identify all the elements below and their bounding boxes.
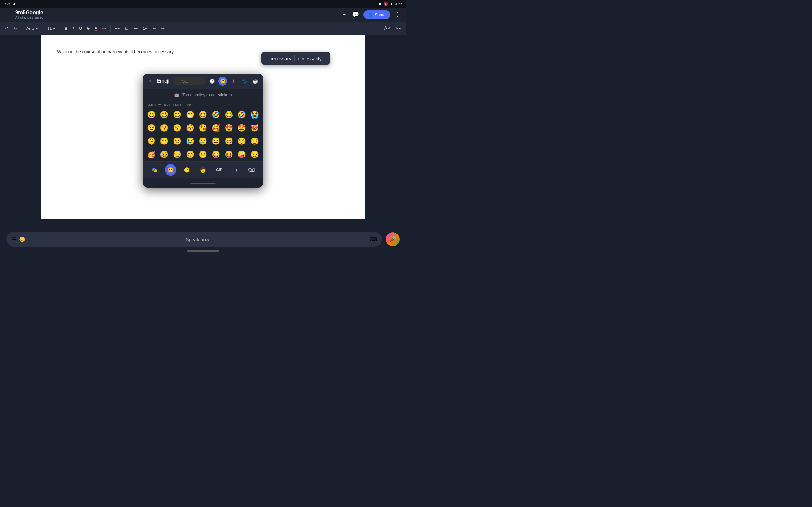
separator4	[110, 25, 111, 32]
share-button[interactable]: 👤 Share	[363, 10, 390, 19]
emoji-cell[interactable]: 🤩	[236, 123, 248, 133]
separator2	[43, 25, 43, 32]
font-size-selector[interactable]: 11 ▾	[45, 25, 57, 32]
emoji-cell[interactable]: 😊	[223, 136, 235, 147]
bitmoji-mode-button[interactable]: 🧑	[197, 164, 209, 176]
sticker-icon: 🤖	[174, 93, 179, 97]
emoji-cell[interactable]: 😃	[158, 109, 171, 120]
checklist-button[interactable]: ☑	[123, 25, 131, 32]
menu-icon[interactable]: ☰	[11, 236, 16, 242]
emoji-cell[interactable]: 😝	[223, 149, 235, 160]
emoji-cell[interactable]: 😂	[223, 109, 235, 120]
text-emoji-mode-button[interactable]: :-)	[230, 164, 241, 176]
speak-now-text: Speak now	[29, 237, 366, 242]
smiley-category-icon[interactable]: 😊	[218, 77, 227, 86]
text-size-button[interactable]: AA	[382, 24, 392, 33]
emoji-cell[interactable]: 😙	[171, 123, 183, 133]
emoji-cell[interactable]: 🤣	[210, 109, 222, 120]
status-bar: 9:26 ▲ ⏺ 🔇 ▲ 87%	[0, 0, 406, 8]
autocorrect-word1[interactable]: necessary	[266, 56, 294, 61]
emoticon-mode-button[interactable]: 😶	[181, 164, 193, 176]
signal-icon: ▲	[12, 2, 16, 6]
add-button[interactable]: +	[341, 10, 348, 19]
mute-icon: 🔇	[384, 2, 388, 6]
keyboard-icon[interactable]: ⌨	[369, 236, 377, 242]
emoji-cell[interactable]: 🫠	[145, 136, 158, 147]
emoji-cell[interactable]: 🥹	[158, 149, 171, 160]
nature-category-icon[interactable]: 🐾	[240, 77, 249, 86]
redo-button[interactable]: ↻	[12, 25, 19, 32]
emoji-cell[interactable]: 😢	[184, 136, 196, 147]
format-toolbar: ↺ ↻ Arial ▾ 11 ▾ B I U S A ✏ ≡▾ ☑ •≡ 1≡ …	[0, 21, 406, 36]
bottom-keyboard-bar: ☰ 😊 Speak now ⌨ 🎤	[0, 225, 406, 253]
underline-button[interactable]: U	[77, 25, 84, 32]
emoji-cell[interactable]: 😏	[171, 149, 183, 160]
emoji-cell[interactable]: 😜	[210, 149, 222, 160]
emoji-cell[interactable]: 🥰	[210, 123, 222, 133]
font-selector[interactable]: Arial ▾	[24, 25, 40, 32]
emoji-cell[interactable]: 😻	[248, 123, 261, 133]
back-button[interactable]: ←	[4, 10, 12, 19]
emoji-cell[interactable]: 😍	[223, 123, 235, 133]
emoji-cell[interactable]: 😄	[171, 109, 183, 120]
emoji-cell[interactable]: 😐	[197, 149, 209, 160]
emoji-header: × Emoji 🔍 🕐 😊 🚶 🐾 ☕	[143, 73, 263, 89]
emoji-section-label: SMILEYS AND EMOTIONS	[143, 101, 263, 108]
emoji-cell[interactable]: 🥳	[145, 149, 158, 160]
emoji-cell[interactable]: 😭	[248, 109, 261, 120]
emoji-picker: × Emoji 🔍 🕐 😊 🚶 🐾 ☕ 🤖 Tap a smiley to ge…	[143, 73, 263, 187]
align-button[interactable]: ≡▾	[113, 25, 122, 32]
emoji-cell[interactable]: 😗	[158, 123, 171, 133]
document-area: necessary necessarily When in the course…	[41, 36, 365, 219]
emoji-cell[interactable]: 🤣	[236, 109, 248, 120]
emoji-cell[interactable]: 😚	[184, 123, 196, 133]
recent-category-icon[interactable]: 🕐	[207, 77, 216, 86]
top-toolbar: ← 9to5Google All changes saved + 💬 👤 Sha…	[0, 8, 406, 21]
font-color-button[interactable]: A	[93, 24, 100, 33]
indent-decrease-button[interactable]: ⇤	[151, 25, 158, 32]
food-category-icon[interactable]: ☕	[251, 77, 259, 86]
emoji-cell[interactable]: 😀	[145, 109, 158, 120]
comment-button[interactable]: 💬	[350, 10, 361, 19]
bold-button[interactable]: B	[62, 25, 69, 32]
emoji-cell[interactable]: 😏	[248, 136, 261, 147]
bullet-button[interactable]: •≡	[132, 25, 140, 32]
numbered-button[interactable]: 1≡	[141, 25, 149, 32]
emoji-mode-button[interactable]: 😊	[165, 164, 176, 176]
emoji-cell[interactable]: 😒	[248, 149, 261, 160]
undo-button[interactable]: ↺	[3, 25, 10, 32]
emoji-cell[interactable]: 😊	[184, 149, 196, 160]
record-icon: ⏺	[378, 2, 382, 6]
emoji-cell[interactable]: 😆	[197, 109, 209, 120]
emoji-row-4: 🥳 🥹 😏 😊 😐 😜 😝 🤪 😒	[143, 148, 263, 161]
wifi-icon: ▲	[390, 2, 393, 6]
emoji-cell[interactable]: 😌	[236, 136, 248, 147]
more-button[interactable]: ⋮	[393, 10, 402, 19]
indent-increase-button[interactable]: ⇥	[159, 25, 166, 32]
emoji-search-input[interactable]	[173, 77, 205, 85]
emoji-cell[interactable]: 😐	[210, 136, 222, 147]
strikethrough-button[interactable]: S	[85, 25, 92, 32]
backspace-button[interactable]: ⌫	[246, 164, 257, 176]
microphone-button[interactable]: 🎤	[386, 232, 400, 246]
gif-mode-button[interactable]: GIF	[213, 164, 225, 176]
emoji-cell[interactable]: 😘	[197, 123, 209, 133]
emoji-cell[interactable]: 🤪	[236, 149, 248, 160]
emoji-cell[interactable]: 😉	[145, 123, 158, 133]
emoji-keyboard-icon[interactable]: 😊	[19, 236, 26, 242]
emoji-cell[interactable]: 🙂	[171, 136, 183, 147]
edit-pen-button[interactable]: ✎▾	[393, 25, 403, 32]
highlight-button[interactable]: ✏	[101, 25, 108, 32]
emoji-cell[interactable]: 🥲	[197, 136, 209, 147]
emoji-cell[interactable]: 😁	[184, 109, 196, 120]
autocorrect-word2[interactable]: necessarily	[295, 56, 325, 61]
sticker-hint: 🤖 Tap a smiley to get stickers	[143, 89, 263, 101]
keyboard-input-bar: ☰ 😊 Speak now ⌨	[6, 232, 382, 246]
emoji-close-button[interactable]: ×	[147, 77, 154, 85]
emoji-cell[interactable]: 😶	[158, 136, 171, 147]
sticker-mode-button[interactable]: 🎭	[149, 164, 160, 176]
battery-display: 87%	[395, 2, 402, 6]
italic-button[interactable]: I	[71, 25, 76, 32]
status-left: 9:26 ▲	[4, 2, 16, 6]
people-category-icon[interactable]: 🚶	[229, 77, 238, 86]
